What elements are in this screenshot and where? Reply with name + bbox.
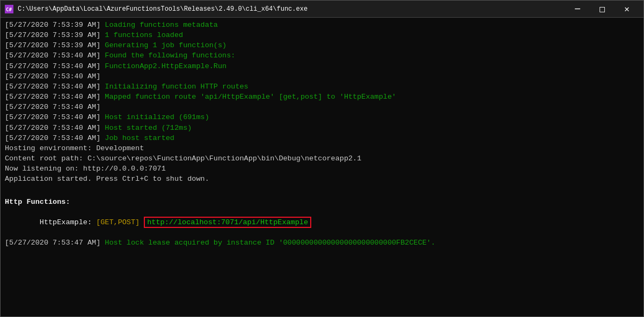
log-line: [5/27/2020 7:53:40 AM] Mapped function r… [5,92,639,102]
function-url: http://localhost:7071/api/HttpExample [144,217,311,228]
plain-line: Now listening on: http://0.0.0.0:7071 [5,164,639,174]
plain-line: Application started. Press Ctrl+C to shu… [5,174,639,184]
blank-line [5,227,639,238]
plain-line: Hosting environment: Development [5,143,639,153]
close-button[interactable]: ✕ [614,1,639,18]
log-line: [5/27/2020 7:53:39 AM] Generating 1 job … [5,40,639,50]
window-controls: ─ □ ✕ [565,1,639,18]
log-line: [5/27/2020 7:53:40 AM] [5,71,639,82]
http-functions-header: Http Functions: [5,197,639,207]
log-line-last: [5/27/2020 7:53:47 AM] Host lock lease a… [5,238,639,248]
title-bar-title: C:\Users\AppData\Local\AzureFunctionsToo… [18,5,565,13]
title-bar: C# C:\Users\AppData\Local\AzureFunctions… [1,1,643,18]
log-line: [5/27/2020 7:53:40 AM] Host started (712… [5,123,639,133]
http-example-line: HttpExample: [GET,POST] http://localhost… [5,217,639,227]
minimize-button[interactable]: ─ [565,1,590,18]
log-line: [5/27/2020 7:53:40 AM] Initializing func… [5,82,639,92]
plain-line: Content root path: C:\source\repos\Funct… [5,153,639,164]
http-functions-section: Http Functions: HttpExample: [GET,POST] … [5,197,639,227]
maximize-button[interactable]: □ [590,1,614,18]
log-line: [5/27/2020 7:53:40 AM] [5,102,639,112]
log-line: [5/27/2020 7:53:40 AM] Host initialized … [5,112,639,122]
log-line: [5/27/2020 7:53:40 AM] Job host started [5,133,639,143]
log-line: [5/27/2020 7:53:40 AM] FunctionApp2.Http… [5,61,639,71]
log-line: [5/27/2020 7:53:39 AM] 1 functions loade… [5,30,639,40]
svg-text:C#: C# [6,7,12,12]
terminal-window: C# C:\Users\AppData\Local\AzureFunctions… [0,0,644,317]
blank-line [5,207,639,217]
console-output: [5/27/2020 7:53:39 AM] Loading functions… [1,18,643,316]
app-icon: C# [5,5,13,13]
log-line: [5/27/2020 7:53:40 AM] Found the followi… [5,50,639,61]
blank-line [5,185,639,195]
log-line: [5/27/2020 7:53:39 AM] Loading functions… [5,20,639,30]
